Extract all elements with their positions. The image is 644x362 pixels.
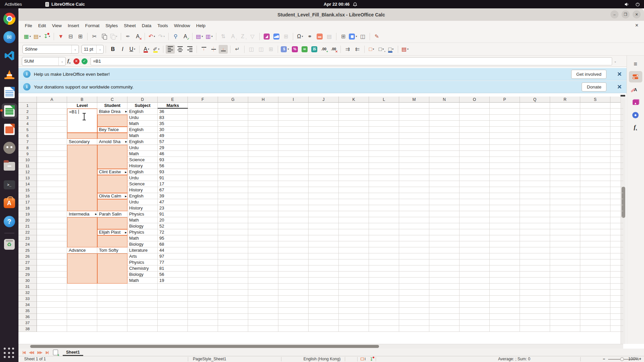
cell-E14[interactable]: 17 bbox=[158, 181, 188, 187]
column-header-A[interactable]: A bbox=[37, 97, 67, 103]
add-decimal-button[interactable]: .00+ bbox=[319, 45, 328, 54]
cell-D4[interactable]: Math bbox=[127, 121, 158, 127]
column-header-B[interactable]: B bbox=[67, 97, 97, 103]
row-header-6[interactable]: 6 bbox=[18, 133, 37, 139]
cell-D11[interactable]: History bbox=[127, 163, 158, 169]
cell-D19[interactable]: Physics bbox=[127, 211, 158, 217]
dock-gimp[interactable] bbox=[2, 140, 17, 156]
cell-C10-blank[interactable] bbox=[97, 157, 127, 163]
cell-C24-blank[interactable] bbox=[97, 241, 127, 247]
row-header-23[interactable]: 23 bbox=[18, 235, 37, 241]
font-size-combo[interactable]: 11 pt⌄ bbox=[82, 45, 104, 54]
format-percent-button[interactable]: % bbox=[290, 45, 299, 54]
dock-show-apps[interactable] bbox=[4, 348, 15, 359]
cell-B11-blank[interactable] bbox=[67, 163, 97, 169]
cell-E11[interactable]: 56 bbox=[158, 163, 188, 169]
column-header-Q[interactable]: Q bbox=[520, 97, 550, 103]
decrease-indent-button[interactable]: ⇇ bbox=[353, 45, 362, 54]
format-date-button[interactable]: 15 bbox=[310, 45, 319, 54]
page-style-label[interactable]: PageStyle_Sheet1 bbox=[193, 357, 226, 361]
cell-E2[interactable]: 36 bbox=[158, 109, 188, 115]
print-button[interactable]: ⊟ bbox=[66, 32, 75, 41]
cell-E7[interactable]: 57 bbox=[158, 139, 188, 145]
cell-D6[interactable]: Math bbox=[127, 133, 158, 139]
cell-C14-blank[interactable] bbox=[97, 181, 127, 187]
cell-E5[interactable]: 30 bbox=[158, 127, 188, 133]
row-header-21[interactable]: 21 bbox=[18, 223, 37, 229]
cell-C23-blank[interactable] bbox=[97, 235, 127, 241]
select-all-corner[interactable] bbox=[18, 97, 37, 103]
row-header-14[interactable]: 14 bbox=[18, 181, 37, 187]
cell-C18-blank[interactable] bbox=[97, 205, 127, 211]
column-header-L[interactable]: L bbox=[369, 97, 399, 103]
border-color-button[interactable]: □▾ bbox=[386, 45, 395, 54]
row-header-1[interactable]: 1 bbox=[18, 103, 37, 109]
cell-C12[interactable]: Clint Eastw▶ bbox=[97, 169, 127, 175]
cut-button[interactable]: ✂ bbox=[90, 32, 99, 41]
horizontal-scrollbar-thumb[interactable] bbox=[30, 345, 379, 348]
cell-E17[interactable]: 47 bbox=[158, 199, 188, 205]
dock-ubuntu-software[interactable]: A bbox=[2, 195, 17, 211]
cell-E16[interactable]: 39 bbox=[158, 193, 188, 199]
menu-edit[interactable]: Edit bbox=[35, 22, 49, 29]
align-bottom-button[interactable]: ↓ bbox=[219, 45, 228, 54]
dock-files[interactable] bbox=[2, 159, 17, 174]
cell-C15-blank[interactable] bbox=[97, 187, 127, 193]
cell-D20[interactable]: Math bbox=[127, 217, 158, 223]
cell-B26-blank[interactable] bbox=[67, 253, 97, 259]
gallery-tab-icon[interactable]: ▲ bbox=[629, 97, 642, 108]
row-header-38[interactable]: 38 bbox=[18, 326, 37, 332]
zoom-percent-label[interactable]: 100% bbox=[628, 357, 639, 361]
bold-button[interactable]: B bbox=[108, 45, 117, 54]
freeze-first-button[interactable]: ▦▾ bbox=[348, 32, 358, 41]
cell-D16[interactable]: English bbox=[127, 193, 158, 199]
column-header-M[interactable]: M bbox=[399, 97, 429, 103]
cell-B27-blank[interactable] bbox=[67, 259, 97, 265]
cell-B20-blank[interactable] bbox=[67, 217, 97, 223]
cancel-icon[interactable]: ✕ bbox=[73, 58, 79, 64]
cell-D21[interactable]: Biology bbox=[127, 223, 158, 229]
row-header-3[interactable]: 3 bbox=[18, 115, 37, 121]
cell-D26[interactable]: Arts bbox=[127, 253, 158, 259]
cell-B21-blank[interactable] bbox=[67, 223, 97, 229]
row-header-16[interactable]: 16 bbox=[18, 193, 37, 199]
cell-C6-blank[interactable] bbox=[97, 133, 127, 139]
menu-styles[interactable]: Styles bbox=[103, 22, 121, 29]
format-number-button[interactable]: 0.0 bbox=[300, 45, 309, 54]
cell-C28-blank[interactable] bbox=[97, 265, 127, 272]
find-replace-button[interactable]: ⚲ bbox=[171, 32, 180, 41]
clock[interactable]: Apr 22 00:46 bbox=[324, 2, 357, 7]
cell-D28[interactable]: Chemistry bbox=[127, 265, 158, 272]
spelling-button[interactable]: A✓ bbox=[181, 32, 190, 41]
cell-E15[interactable]: 67 bbox=[158, 187, 188, 193]
cell-B14-blank[interactable] bbox=[67, 181, 97, 187]
sidebar-settings-icon[interactable]: ≡ bbox=[629, 58, 642, 70]
column-header-S[interactable]: S bbox=[580, 97, 610, 103]
cell-D2[interactable]: English bbox=[127, 109, 158, 115]
cell-D17[interactable]: Urdu bbox=[127, 199, 158, 205]
first-sheet-icon[interactable]: |◀ bbox=[22, 350, 25, 355]
row-header-4[interactable]: 4 bbox=[18, 121, 37, 127]
column-header-H[interactable]: H bbox=[248, 97, 278, 103]
row-header-8[interactable]: 8 bbox=[18, 145, 37, 151]
cell-D1[interactable]: Subject bbox=[127, 103, 158, 109]
row-header-29[interactable]: 29 bbox=[18, 272, 37, 278]
cell-B25[interactable]: Advance bbox=[67, 247, 97, 253]
get-involved-button[interactable]: Get involved bbox=[571, 70, 606, 79]
delete-decimal-button[interactable]: .00✕ bbox=[329, 45, 338, 54]
row-header-18[interactable]: 18 bbox=[18, 205, 37, 211]
expand-formula-bar-icon[interactable]: ⌄ bbox=[614, 60, 617, 63]
cell-E18[interactable]: 23 bbox=[158, 205, 188, 211]
cell-D18[interactable]: History bbox=[127, 205, 158, 211]
row-header-30[interactable]: 30 bbox=[18, 278, 37, 284]
dock-trash[interactable]: ♻ bbox=[2, 237, 17, 252]
zoom-out-icon[interactable]: − bbox=[603, 357, 605, 361]
cell-E30[interactable]: 19 bbox=[158, 278, 188, 284]
cell-B18-blank[interactable] bbox=[67, 205, 97, 211]
row-header-15[interactable]: 15 bbox=[18, 187, 37, 193]
functions-tab-icon[interactable]: fx bbox=[629, 122, 642, 133]
cell-C29-blank[interactable] bbox=[97, 272, 127, 278]
cell-E3[interactable]: 83 bbox=[158, 115, 188, 121]
row-header-17[interactable]: 17 bbox=[18, 199, 37, 205]
format-currency-button[interactable]: $▾ bbox=[280, 45, 289, 54]
